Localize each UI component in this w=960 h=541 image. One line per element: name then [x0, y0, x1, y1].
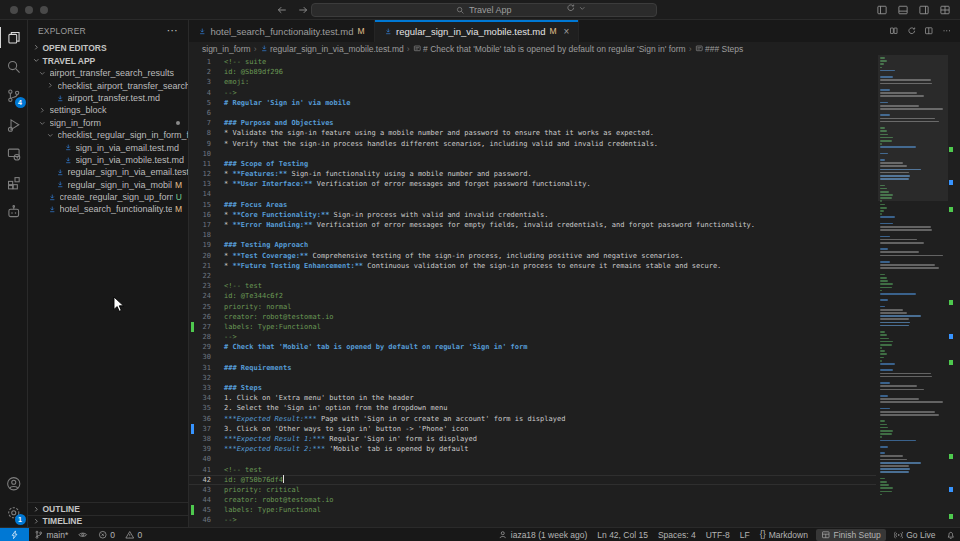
breadcrumb-item[interactable]: regular_sign_in_via_mobile.test.md	[260, 44, 404, 54]
open-changes-icon[interactable]	[889, 26, 899, 36]
code-line-31[interactable]: 31### Requirements	[189, 363, 876, 373]
tree-file-sign-in-via-email-test-md[interactable]: sign_in_via_email.test.md	[28, 141, 188, 153]
back-arrow-icon[interactable]	[276, 4, 288, 16]
toggle-panel-icon[interactable]	[897, 4, 909, 16]
tree-file-airport-transfer-test-md[interactable]: airport_transfer.test.md	[28, 92, 188, 104]
breadcrumb-item[interactable]: ### Steps	[695, 44, 744, 54]
tree-file-regular-sign-in-via-mobile-test-[interactable]: regular_sign_in_via_mobile.test...M	[28, 179, 188, 191]
code-line-10[interactable]: 10	[189, 149, 876, 159]
code-line-26[interactable]: 26creator: robot@testomat.io	[189, 312, 876, 322]
activitybar-source-control[interactable]: 4	[0, 81, 28, 110]
code-line-27[interactable]: 27labels: Type:Functional	[189, 322, 876, 332]
customize-layout-icon[interactable]	[939, 4, 951, 16]
code-line-38[interactable]: 38***Expected Result 1:*** Regular 'Sign…	[189, 434, 876, 444]
code-line-14[interactable]: 14	[189, 189, 876, 199]
code-editor[interactable]: 1<!-- suite2id: @Sb89df2963emoji: 4-->5#…	[189, 55, 960, 527]
close-window-icon[interactable]	[10, 6, 18, 14]
open-editors-section[interactable]: OPEN EDITORS	[28, 41, 188, 54]
code-line-36[interactable]: 36***Expected Result:*** Page with 'Sign…	[189, 414, 876, 424]
code-line-24[interactable]: 24id: @Te344c6f2	[189, 291, 876, 301]
code-line-44[interactable]: 44creator: robot@testomat.io	[189, 495, 876, 505]
code-line-39[interactable]: 39***Expected Result 2:*** 'Mobile' tab …	[189, 444, 876, 454]
code-line-32[interactable]: 32	[189, 373, 876, 383]
code-line-37[interactable]: 373. Click on 'Other ways to sign in' bu…	[189, 424, 876, 434]
toggle-secondary-sidebar-icon[interactable]	[918, 4, 930, 16]
tree-file-hotel-search-functionality-test-md[interactable]: hotel_search_functionality.test.mdM	[28, 203, 188, 215]
activitybar-run-debug[interactable]	[0, 110, 28, 139]
activitybar-explorer[interactable]	[0, 23, 28, 52]
code-line-4[interactable]: 4-->	[189, 88, 876, 98]
status-indentation[interactable]: Spaces: 4	[653, 528, 701, 541]
tree-folder-checklist-regular-sign-in-form-field-[interactable]: checklist_regular_sign_in_form_field...	[28, 129, 188, 141]
code-line-28[interactable]: 28-->	[189, 332, 876, 342]
activitybar-search[interactable]	[0, 52, 28, 81]
refresh-icon[interactable]	[907, 26, 917, 36]
minimap-slider[interactable]	[878, 55, 948, 201]
code-line-12[interactable]: 12* **Features:** Sign-in functionality …	[189, 169, 876, 179]
code-line-19[interactable]: 19### Testing Approach	[189, 240, 876, 250]
code-line-25[interactable]: 25priority: normal	[189, 302, 876, 312]
reload-dropdown[interactable]	[566, 3, 586, 13]
code-line-41[interactable]: 41<!-- test	[189, 465, 876, 475]
toggle-primary-sidebar-icon[interactable]	[876, 4, 888, 16]
code-line-23[interactable]: 23<!-- test	[189, 281, 876, 291]
code-line-29[interactable]: 29# Check that 'Mobile' tab is opened by…	[189, 342, 876, 352]
code-line-15[interactable]: 15### Focus Areas	[189, 200, 876, 210]
code-line-7[interactable]: 7### Purpose and Objectives	[189, 118, 876, 128]
activitybar-settings[interactable]: 1	[0, 498, 28, 527]
split-editor-icon[interactable]	[924, 26, 934, 36]
code-line-30[interactable]: 30	[189, 352, 876, 362]
tree-folder-settings-block[interactable]: settings_block	[28, 104, 188, 116]
remote-indicator[interactable]	[0, 528, 29, 541]
refresh-icon[interactable]	[566, 3, 576, 13]
breadcrumb-item[interactable]: sign_in_form	[202, 44, 251, 54]
code-line-2[interactable]: 2id: @Sb89df296	[189, 67, 876, 77]
code-line-18[interactable]: 18	[189, 230, 876, 240]
status-errors[interactable]: 0	[93, 528, 120, 541]
status-blame-author[interactable]: iaza18 (1 week ago)	[493, 528, 592, 541]
section-outline[interactable]: OUTLINE	[28, 502, 188, 515]
tree-folder-checklist-airport-transfer-search-fie-[interactable]: checklist_airport_transfer_search_fie...	[28, 79, 188, 91]
code-line-16[interactable]: 16* **Core Functionality:** Sign-in proc…	[189, 210, 876, 220]
status-git-branch[interactable]: main*	[29, 528, 73, 541]
code-line-40[interactable]: 40	[189, 454, 876, 464]
code-line-33[interactable]: 33### Steps	[189, 383, 876, 393]
code-line-34[interactable]: 341. Click on 'Extra menu' button in the…	[189, 393, 876, 403]
code-line-11[interactable]: 11### Scope of Testing	[189, 159, 876, 169]
code-line-21[interactable]: 21* **Future Testing Enhancement:** Cont…	[189, 261, 876, 271]
zoom-window-icon[interactable]	[40, 6, 48, 14]
code-line-42[interactable]: 42id: @T50b76df4	[189, 475, 876, 485]
minimize-window-icon[interactable]	[25, 6, 33, 14]
forward-arrow-icon[interactable]	[297, 4, 309, 16]
chevron-down-icon[interactable]	[578, 4, 587, 13]
status-encoding[interactable]: UTF-8	[701, 528, 735, 541]
minimap[interactable]	[878, 55, 948, 527]
section-timeline[interactable]: TIMELINE	[28, 515, 188, 528]
tree-file-regular-sign-in-via-email-test-md[interactable]: regular_sign_in_via_email.test.md	[28, 166, 188, 178]
close-icon[interactable]: ×	[564, 26, 570, 37]
code-line-35[interactable]: 352. Select the 'Sign in' option from th…	[189, 403, 876, 413]
more-actions-icon[interactable]	[942, 26, 952, 36]
code-line-45[interactable]: 45labels: Type:Functional	[189, 505, 876, 515]
status-notifications[interactable]	[941, 528, 960, 541]
tree-file-sign-in-via-mobile-test-md[interactable]: sign_in_via_mobile.test.md	[28, 154, 188, 166]
code-line-17[interactable]: 17* **Error Handling:** Verification of …	[189, 220, 876, 230]
tab-hotel-search-functionality-test-md[interactable]: hotel_search_functionality.test.mdM	[189, 20, 375, 42]
code-lines[interactable]: 1<!-- suite2id: @Sb89df2963emoji: 4-->5#…	[189, 57, 876, 527]
command-center[interactable]: Travel App	[311, 3, 657, 17]
code-line-43[interactable]: 43priority: critical	[189, 485, 876, 495]
code-line-22[interactable]: 22	[189, 271, 876, 281]
status-language-mode[interactable]: {}Markdown	[755, 528, 813, 541]
tab-regular-sign-in-via-mobile-test-md[interactable]: regular_sign_in_via_mobile.test.mdM×	[375, 20, 580, 42]
status-gitlens-toggle[interactable]	[73, 528, 93, 541]
window-controls[interactable]	[0, 6, 48, 14]
tree-folder-airport-transfer-search-results[interactable]: airport_transfer_search_results	[28, 67, 188, 79]
code-line-6[interactable]: 6	[189, 108, 876, 118]
status-eol[interactable]: LF	[735, 528, 755, 541]
code-line-5[interactable]: 5# Regular 'Sign in' via mobile	[189, 98, 876, 108]
status-finish-setup[interactable]: Finish Setup	[816, 529, 886, 541]
activitybar-extensions[interactable]	[0, 168, 28, 197]
code-line-9[interactable]: 9* Verify that the sign-in process handl…	[189, 139, 876, 149]
status-cursor-position[interactable]: Ln 42, Col 15	[592, 528, 653, 541]
more-actions-icon[interactable]: ⋯	[167, 24, 178, 37]
